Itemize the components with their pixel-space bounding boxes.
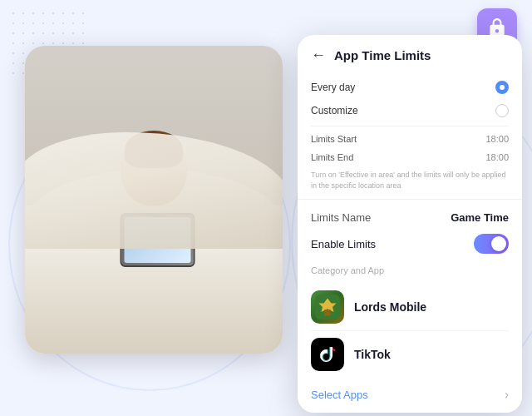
every-day-radio[interactable]: [495, 81, 509, 94]
limits-name-label: Limits Name: [311, 211, 371, 224]
divider-1: [311, 126, 509, 126]
lords-mobile-icon-svg: [315, 295, 340, 319]
customize-radio[interactable]: [495, 104, 509, 117]
card-title: App Time Limits: [334, 48, 431, 62]
svg-rect-2: [324, 310, 331, 316]
limits-start-row: Limits Start 18:00: [311, 130, 509, 148]
customize-label: Customize: [311, 105, 358, 116]
every-day-row[interactable]: Every day: [311, 76, 509, 99]
select-apps-label: Select Apps: [311, 389, 368, 401]
tiktok-name: TikTok: [354, 348, 391, 361]
back-button[interactable]: ←: [311, 47, 326, 64]
limits-end-value: 18:00: [485, 152, 509, 162]
child-photo: [25, 46, 283, 354]
tiktok-icon: [311, 338, 344, 371]
notice-text: Turn on 'Effective in area' and the limi…: [311, 170, 509, 191]
select-apps-row[interactable]: Select Apps ›: [311, 378, 509, 401]
limits-start-value: 18:00: [485, 134, 509, 144]
lords-mobile-name: Lords Mobile: [354, 300, 426, 314]
lords-mobile-row[interactable]: Lords Mobile: [311, 284, 509, 331]
limits-end-label: Limits End: [311, 152, 353, 162]
lords-mobile-icon: [311, 290, 344, 324]
card-top-section: ← App Time Limits Every day Customize Li…: [298, 35, 522, 200]
enable-limits-label: Enable Limits: [311, 238, 376, 250]
limits-start-label: Limits Start: [311, 134, 357, 144]
phone-card: ← App Time Limits Every day Customize Li…: [298, 35, 522, 413]
svg-rect-3: [315, 342, 340, 367]
limits-end-row: Limits End 18:00: [311, 148, 509, 166]
enable-limits-row: Enable Limits: [311, 234, 509, 254]
category-label: Category and App: [311, 265, 509, 275]
scene: [25, 46, 283, 354]
tiktok-icon-svg: [315, 342, 340, 367]
tiktok-row[interactable]: TikTok: [311, 331, 509, 378]
select-apps-chevron-icon: ›: [505, 388, 509, 401]
enable-limits-toggle[interactable]: [474, 234, 509, 254]
customize-row[interactable]: Customize: [311, 99, 509, 122]
card-header: ← App Time Limits: [311, 47, 509, 64]
limits-name-value: Game Time: [451, 211, 509, 224]
limits-name-row: Limits Name Game Time: [311, 211, 509, 224]
card-bottom-section: Limits Name Game Time Enable Limits Cate…: [298, 200, 522, 413]
every-day-label: Every day: [311, 82, 355, 93]
